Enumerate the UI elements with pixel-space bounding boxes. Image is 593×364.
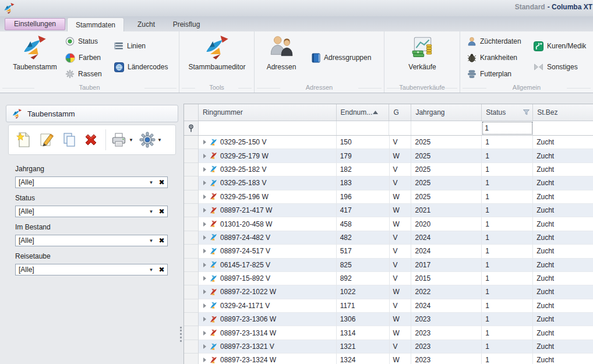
cell-status[interactable]: 1 xyxy=(482,136,533,149)
jahrgang-filter-dropdown[interactable]: [Alle] ▼ ✖ xyxy=(15,176,168,188)
cell-g[interactable]: W xyxy=(390,204,412,217)
cell-endnummer[interactable]: 1171 xyxy=(337,299,390,313)
cell-ringnummer[interactable]: 06145-17-825 V xyxy=(199,259,337,272)
cell-jahrgang[interactable]: 2024 xyxy=(411,245,482,258)
tab-stammdaten[interactable]: Stammdaten xyxy=(67,17,124,31)
cell-endnummer[interactable]: 1306 xyxy=(337,313,390,326)
cell-status[interactable]: 1 xyxy=(482,231,533,245)
table-row[interactable]: 08897-24-482 V482V20241Zucht xyxy=(184,231,593,245)
edit-record-button[interactable] xyxy=(37,131,55,149)
sonstiges-button[interactable]: Sonstiges xyxy=(534,62,578,72)
column-header-endnummer[interactable]: Endnum... xyxy=(337,104,390,121)
cell-jahrgang[interactable]: 2025 xyxy=(411,149,482,162)
table-row[interactable]: 08897-23-1321 V1321V20231Zucht xyxy=(184,340,593,354)
cell-ringnummer[interactable]: 0329-25-150 V xyxy=(199,136,337,149)
cell-stbez[interactable]: Zucht xyxy=(533,272,593,285)
sidebar-panel-header[interactable]: Taubenstamm xyxy=(6,105,178,122)
cell-jahrgang[interactable]: 2023 xyxy=(411,326,482,340)
cell-ringnummer[interactable]: 01301-20-458 W xyxy=(199,217,337,231)
table-row[interactable]: 08897-24-517 V517V20241Zucht xyxy=(184,245,593,258)
adressen-button[interactable]: Adressen xyxy=(259,34,303,71)
expand-arrow-icon[interactable] xyxy=(203,263,206,267)
cell-g[interactable]: V xyxy=(390,163,412,176)
cell-g[interactable]: W xyxy=(390,190,412,204)
print-button[interactable]: ▼ xyxy=(110,131,133,149)
expand-arrow-icon[interactable] xyxy=(203,331,206,335)
column-header-stbez[interactable]: St.Bez xyxy=(533,104,593,121)
cell-g[interactable]: V xyxy=(390,340,412,354)
kuren-medikamente-button[interactable]: Kuren/Medik xyxy=(534,41,586,51)
expand-arrow-icon[interactable] xyxy=(203,167,206,172)
cell-ringnummer[interactable]: 08897-23-1324 W xyxy=(199,354,337,364)
filter-funnel-icon[interactable] xyxy=(523,109,530,115)
column-header-g[interactable]: G xyxy=(389,104,411,121)
cell-jahrgang[interactable]: 2024 xyxy=(411,299,482,313)
cell-stbez[interactable]: Zucht xyxy=(533,313,593,326)
expand-arrow-icon[interactable] xyxy=(203,358,206,362)
cell-ringnummer[interactable]: 08897-23-1306 W xyxy=(199,313,337,326)
filter-cell-status[interactable]: 1 xyxy=(482,121,533,135)
cell-jahrgang[interactable]: 2023 xyxy=(411,354,482,364)
cell-endnummer[interactable]: 1324 xyxy=(337,354,390,364)
cell-status[interactable]: 1 xyxy=(482,340,533,354)
cell-g[interactable]: W xyxy=(390,217,412,231)
cell-status[interactable]: 1 xyxy=(482,176,533,190)
cell-g[interactable]: W xyxy=(390,354,412,364)
filter-cell-stbez[interactable] xyxy=(533,121,593,135)
clear-filter-icon[interactable]: ✖ xyxy=(156,266,167,274)
cell-status[interactable]: 1 xyxy=(482,285,533,299)
cell-endnummer[interactable]: 196 xyxy=(337,190,390,204)
table-row[interactable]: 0329-25-182 V182V20251Zucht xyxy=(184,163,593,176)
cell-jahrgang[interactable]: 2023 xyxy=(411,313,482,326)
filter-cell-g[interactable] xyxy=(389,121,411,135)
adressgruppen-button[interactable]: Adressgruppen xyxy=(312,52,371,63)
cell-status[interactable]: 1 xyxy=(482,245,533,258)
tab-zucht[interactable]: Zucht xyxy=(130,17,162,31)
clear-filter-icon[interactable]: ✖ xyxy=(156,207,167,215)
krankheiten-button[interactable]: Krankheiten xyxy=(467,52,517,63)
cell-endnummer[interactable]: 482 xyxy=(337,231,390,245)
cell-endnummer[interactable]: 892 xyxy=(337,272,390,285)
cell-jahrgang[interactable]: 2020 xyxy=(411,217,482,231)
cell-jahrgang[interactable]: 2021 xyxy=(411,204,482,217)
cell-jahrgang[interactable]: 2025 xyxy=(411,163,482,176)
cell-ringnummer[interactable]: 0329-25-182 V xyxy=(199,163,337,176)
cell-g[interactable]: W xyxy=(390,149,412,162)
cell-stbez[interactable]: Zucht xyxy=(533,163,593,176)
cell-g[interactable]: V xyxy=(390,259,412,272)
stammbaumeditor-button[interactable]: Stammbaumeditor xyxy=(182,34,252,71)
futterplan-button[interactable]: Futterplan xyxy=(467,69,511,79)
cell-ringnummer[interactable]: 0329-25-183 V xyxy=(199,176,337,190)
table-row[interactable]: 0329-25-150 V150V20251Zucht xyxy=(184,136,593,149)
settings-button[interactable]: ▼ xyxy=(139,131,162,149)
table-row[interactable]: 08897-23-1306 W1306W20231Zucht xyxy=(184,313,593,326)
im-bestand-filter-dropdown[interactable]: [Alle] ▼ ✖ xyxy=(15,235,168,246)
tab-preisflug[interactable]: Preisflug xyxy=(168,17,205,31)
cell-status[interactable]: 1 xyxy=(482,259,533,272)
cell-ringnummer[interactable]: 08897-15-892 V xyxy=(199,272,337,285)
expand-arrow-icon[interactable] xyxy=(203,317,206,321)
laendercodes-button[interactable]: Ländercodes xyxy=(114,62,168,72)
cell-ringnummer[interactable]: 08897-22-1022 W xyxy=(199,285,337,299)
cell-endnummer[interactable]: 183 xyxy=(337,176,390,190)
cell-stbez[interactable]: Zucht xyxy=(533,190,593,204)
cell-status[interactable]: 1 xyxy=(482,272,533,285)
cell-ringnummer[interactable]: 08897-21-417 W xyxy=(199,204,337,217)
cell-jahrgang[interactable]: 2023 xyxy=(411,340,482,354)
cell-endnummer[interactable]: 179 xyxy=(337,149,390,162)
table-row[interactable]: 01301-20-458 W458W20201Zucht xyxy=(184,217,593,231)
clear-filter-icon[interactable]: ✖ xyxy=(156,236,167,245)
taubenstamm-button[interactable]: Taubenstamm xyxy=(6,34,64,71)
verkaeufe-button[interactable]: Verkäufe xyxy=(399,34,446,71)
table-row[interactable]: 06145-17-825 V825V20171Zucht xyxy=(184,259,593,272)
filter-cell-endnummer[interactable] xyxy=(337,121,390,135)
cell-stbez[interactable]: Zucht xyxy=(533,245,593,258)
cell-g[interactable]: V xyxy=(390,272,412,285)
cell-endnummer[interactable]: 1314 xyxy=(337,326,390,340)
cell-stbez[interactable]: Zucht xyxy=(533,149,593,162)
cell-jahrgang[interactable]: 2017 xyxy=(411,259,482,272)
table-row[interactable]: 08897-21-417 W417W20211Zucht xyxy=(184,204,593,217)
expand-arrow-icon[interactable] xyxy=(203,154,206,158)
dropdown-arrow-icon[interactable]: ▼ xyxy=(146,180,156,185)
cell-jahrgang[interactable]: 2025 xyxy=(411,176,482,190)
